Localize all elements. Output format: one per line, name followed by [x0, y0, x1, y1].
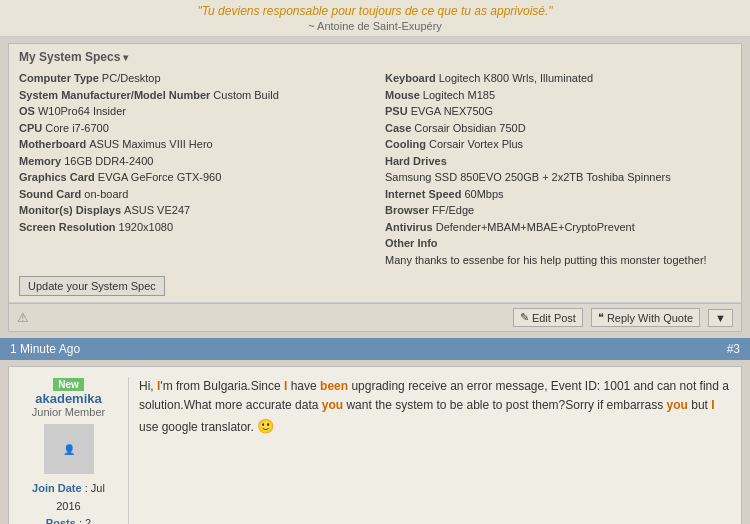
specs-right-col: Keyboard Logitech K800 Wrls, Illuminated…: [385, 70, 731, 268]
quote-icon: ❝: [598, 311, 604, 324]
timestamp-bar: 1 Minute Ago #3: [0, 338, 750, 360]
spec-row: Screen Resolution 1920x1080: [19, 219, 365, 236]
post-timestamp: 1 Minute Ago: [10, 342, 80, 356]
spec-row: Antivirus Defender+MBAM+MBAE+CryptoPreve…: [385, 219, 731, 236]
edit-icon: ✎: [520, 311, 529, 324]
spec-row: Graphics Card EVGA GeForce GTX-960: [19, 169, 365, 186]
message-text: Hi, I'm from Bulgaria.Since I have been …: [139, 377, 731, 438]
spec-row: Cooling Corsair Vortex Plus: [385, 136, 731, 153]
post1-specs-header[interactable]: My System Specs ▾: [19, 50, 731, 64]
spec-row: Computer Type PC/Desktop: [19, 70, 365, 87]
spec-row: Sound Card on-board: [19, 186, 365, 203]
spec-row: CPU Core i7-6700: [19, 120, 365, 137]
posts-label: Posts: [46, 517, 76, 524]
post-1-container: My System Specs ▾ Computer Type PC/Deskt…: [8, 43, 742, 332]
user-meta: Join Date : Jul 2016 Posts : 2 Windows 1…: [19, 480, 118, 524]
quote-text: "Tu deviens responsable pour toujours de…: [197, 4, 552, 18]
update-system-spec-button[interactable]: Update your System Spec: [19, 276, 165, 296]
spec-row: Browser FF/Edge: [385, 202, 731, 219]
new-badge: New: [53, 378, 84, 391]
user-title: Junior Member: [19, 406, 118, 418]
post-2-body: New akademika Junior Member 👤 Join Date …: [9, 367, 741, 524]
user-info-panel: New akademika Junior Member 👤 Join Date …: [19, 377, 129, 524]
post1-footer: ⚠ ✎ Edit Post ❝ Reply With Quote ▼: [9, 303, 741, 331]
spec-row: Motherboard ASUS Maximus VIII Hero: [19, 136, 365, 153]
username[interactable]: akademika: [19, 391, 118, 406]
spec-row: Keyboard Logitech K800 Wrls, Illuminated: [385, 70, 731, 87]
spec-row: PSU EVGA NEX750G: [385, 103, 731, 120]
spec-row: Internet Speed 60Mbps: [385, 186, 731, 203]
warning-icon[interactable]: ⚠: [17, 310, 29, 325]
specs-arrow-icon: ▾: [123, 52, 128, 63]
post1-specs-grid: Computer Type PC/DesktopSystem Manufactu…: [19, 70, 731, 268]
spec-row: Monitor(s) Displays ASUS VE247: [19, 202, 365, 219]
spec-row: OS W10Pro64 Insider: [19, 103, 365, 120]
join-date-label: Join Date: [32, 482, 82, 494]
smiley-icon: 🙂: [257, 418, 274, 434]
post-2-container: New akademika Junior Member 👤 Join Date …: [8, 366, 742, 524]
message-content: Hi, I'm from Bulgaria.Since I have been …: [139, 377, 731, 524]
post-number: #3: [727, 342, 740, 356]
quote-author: ~ Antoine de Saint-Exupéry: [8, 20, 742, 32]
edit-post-button[interactable]: ✎ Edit Post: [513, 308, 583, 327]
avatar: 👤: [44, 424, 94, 474]
more-options-button[interactable]: ▼: [708, 309, 733, 327]
spec-row: Mouse Logitech M185: [385, 87, 731, 104]
spec-row: System Manufacturer/Model Number Custom …: [19, 87, 365, 104]
spec-row: Other Info Many thanks to essenbe for hi…: [385, 235, 731, 268]
spec-row: Memory 16GB DDR4-2400: [19, 153, 365, 170]
specs-left-col: Computer Type PC/DesktopSystem Manufactu…: [19, 70, 365, 268]
post1-footer-buttons: ✎ Edit Post ❝ Reply With Quote ▼: [513, 308, 733, 327]
spec-row: Case Corsair Obsidian 750D: [385, 120, 731, 137]
avatar-icon: 👤: [63, 444, 75, 455]
spec-row: Hard Drives Samsung SSD 850EVO 250GB + 2…: [385, 153, 731, 186]
post1-specs-section: My System Specs ▾ Computer Type PC/Deskt…: [9, 44, 741, 303]
reply-with-quote-button[interactable]: ❝ Reply With Quote: [591, 308, 700, 327]
quote-bar: "Tu deviens responsable pour toujours de…: [0, 0, 750, 37]
